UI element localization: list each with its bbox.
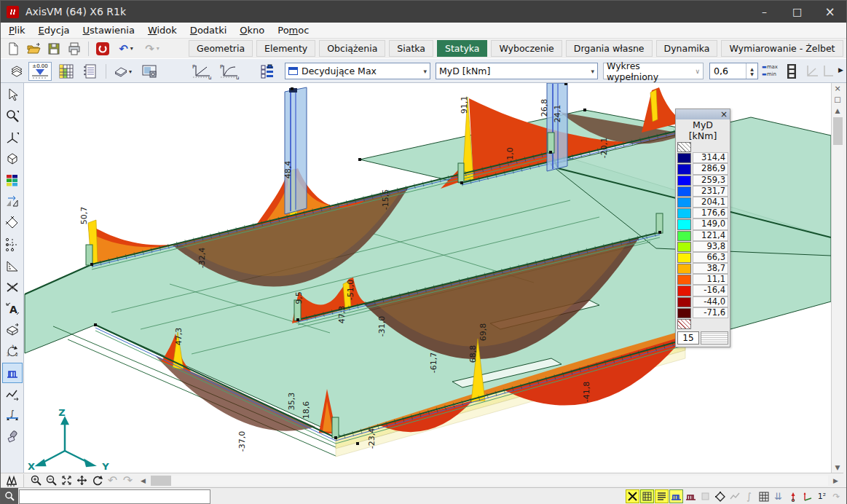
numbering-toggle[interactable]: 1² [815, 489, 829, 503]
vertical-scroll-thumb[interactable] [833, 117, 843, 145]
menu-edycja[interactable]: Edycja [32, 23, 76, 37]
story-elevation-button[interactable]: ±0.00 [28, 62, 52, 81]
toolbar-overflow-icon[interactable]: ▶ [838, 66, 843, 74]
axes-toggle[interactable] [800, 489, 814, 503]
report-maker-button[interactable] [79, 62, 99, 81]
legend-swatch [677, 253, 691, 263]
scale-spinner[interactable]: 0,6 ▲▼ [709, 63, 758, 79]
legend-swatch [677, 164, 691, 174]
views-tool[interactable] [2, 127, 23, 148]
new-file-button[interactable] [4, 40, 23, 58]
mesh-toggle[interactable] [640, 489, 654, 503]
vertical-scrollbar[interactable]: × □ ▲ ▼ [831, 83, 843, 473]
auto-intersect-toggle[interactable] [626, 489, 639, 503]
break-tool[interactable] [2, 277, 23, 298]
extrude-tool[interactable] [2, 320, 23, 340]
legend-levels-input[interactable]: 15 [677, 331, 699, 344]
zoom-out-button[interactable] [44, 474, 59, 487]
library-button[interactable]: ▾ [109, 62, 136, 81]
undo-button[interactable]: ↶▾ [114, 40, 138, 58]
result-legend-panel[interactable]: × MyD [kNm] 314,4 286,9 259,3 231,7 204,… [675, 109, 730, 347]
tab-geometria[interactable]: Geometria [189, 40, 253, 57]
menu-ustawienia[interactable]: Ustawienia [76, 23, 141, 37]
forces-maroon-toggle[interactable] [684, 489, 698, 503]
search-button[interactable] [1, 488, 18, 504]
maximize-button[interactable]: □ [781, 1, 813, 23]
legend-title-bar[interactable]: × [676, 109, 730, 119]
legend-value: -16,4 [693, 285, 728, 296]
result-component-combo[interactable]: MyD [kNm] ▾ [436, 63, 598, 79]
local-axis-toggle[interactable] [786, 489, 800, 503]
influence-line-tool[interactable]: ∫ [2, 406, 23, 426]
hscroll-left-icon[interactable]: ◀ [135, 474, 151, 487]
tables-button[interactable] [56, 62, 76, 81]
auto-tables-toggle[interactable] [655, 489, 669, 503]
tab-wyboczenie[interactable]: Wyboczenie [491, 40, 562, 57]
rotate-view-button[interactable] [90, 474, 105, 487]
supports-tool[interactable] [1, 474, 24, 487]
print-button[interactable] [65, 40, 84, 58]
array-tool[interactable] [2, 235, 23, 255]
tab-obciazenia[interactable]: Obciążenia [319, 40, 385, 57]
workplanes-tool[interactable] [2, 149, 23, 169]
scroll-down-icon[interactable]: ▼ [832, 462, 843, 473]
close-button[interactable]: × [813, 1, 846, 23]
dimension-text-tool[interactable]: A [2, 299, 23, 319]
pdf-export-button[interactable] [93, 40, 112, 58]
gravity-indicator[interactable]: ⇊ [771, 489, 785, 503]
render-tool[interactable] [2, 427, 23, 447]
open-file-button[interactable] [24, 40, 43, 58]
selection-tool[interactable] [2, 84, 23, 105]
scroll-up-icon[interactable]: ▲ [832, 105, 843, 116]
view-close-icon[interactable]: × [832, 83, 843, 94]
layers-button[interactable] [7, 62, 26, 81]
horizontal-scroll-track[interactable] [171, 476, 828, 486]
polyline-results-tool[interactable] [2, 384, 23, 404]
tab-dynamika[interactable]: Dynamika [656, 40, 718, 57]
pan-button[interactable] [74, 474, 90, 487]
zoom-in-button[interactable] [28, 474, 44, 487]
zoom-tool[interactable] [2, 106, 23, 126]
view-restore-icon[interactable]: □ [832, 94, 843, 105]
rotate-indicator[interactable] [713, 489, 727, 503]
transform-tool[interactable] [2, 192, 23, 212]
display-combo-chevron-icon: ∨ [690, 68, 700, 75]
horizontal-scroll-thumb[interactable] [151, 476, 171, 486]
tab-statyka[interactable]: Statyka [437, 40, 487, 57]
show-forces-toggle[interactable] [669, 489, 683, 503]
animation-button[interactable] [781, 62, 801, 81]
legend-levels-button[interactable] [701, 331, 728, 344]
load-case-combo[interactable]: Decydujące Max ▾ [285, 63, 430, 79]
hscroll-right-icon[interactable]: ▶ [828, 474, 843, 487]
model-viewport[interactable]: 91,1 26,8 24,1 48,4 -1,0 -20,1 50,7 -32,… [24, 83, 831, 473]
tab-zelbet[interactable]: Wymiarowanie - Żelbet [721, 40, 843, 57]
display-settings-button[interactable] [139, 62, 159, 81]
menu-widok[interactable]: Widok [141, 23, 184, 37]
color-coding-tool[interactable] [2, 170, 23, 191]
legend-close-icon[interactable]: × [718, 110, 730, 119]
zoom-fit-button[interactable] [59, 474, 74, 487]
diagram-linear-button[interactable]: Pu [190, 62, 213, 81]
display-mode-combo[interactable]: Wykres wypełniony ∨ [603, 63, 704, 79]
menu-okno[interactable]: Okno [233, 23, 271, 37]
menu-plik[interactable]: Plik [2, 23, 32, 37]
command-search-input[interactable] [19, 489, 210, 504]
tab-drgania[interactable]: Drgania własne [566, 40, 653, 57]
save-button[interactable] [44, 40, 63, 58]
menu-dodatki[interactable]: Dodatki [184, 23, 233, 37]
menu-pomoc[interactable]: Pomoc [271, 23, 315, 37]
undo-dropdown-icon: ▾ [130, 45, 133, 52]
rotate-tool[interactable] [2, 213, 23, 233]
disabled-diagram-button [802, 62, 822, 81]
tab-siatka[interactable]: Siatka [389, 40, 433, 57]
internal-forces-tool[interactable] [2, 363, 23, 383]
diagram-nonlinear-button[interactable]: Pu [218, 62, 241, 81]
minmax-labels-button[interactable]: ▬max ▬min [762, 63, 778, 78]
minimize-button[interactable]: – [748, 1, 781, 23]
redo-button[interactable]: ↷▾ [140, 40, 165, 58]
tab-elementy[interactable]: Elementy [256, 40, 315, 57]
result-list-button[interactable] [257, 62, 277, 81]
grid-toggle[interactable] [757, 489, 771, 503]
sequence-tool[interactable]: 321 [2, 342, 23, 362]
geometry-check-tool[interactable] [2, 256, 23, 276]
